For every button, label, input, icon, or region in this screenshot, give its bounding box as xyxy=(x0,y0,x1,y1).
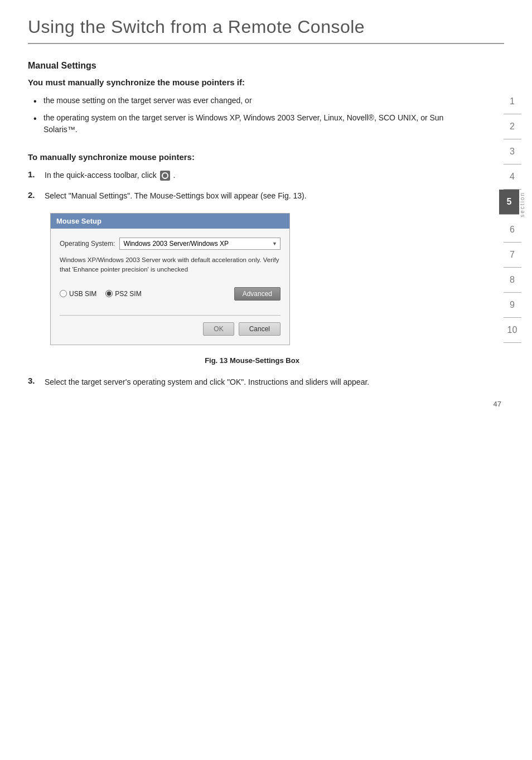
main-content: Manual Settings You must manually synchr… xyxy=(28,61,476,388)
nav-item-5-wrapper: 5 section xyxy=(499,190,525,217)
radio-usb[interactable]: USB SIM xyxy=(60,290,96,298)
toolbar-icon xyxy=(160,171,170,181)
nav-item-8[interactable]: 8 xyxy=(504,268,521,293)
dialog-os-row: Operating System: Windows 2003 Server/Wi… xyxy=(60,238,280,250)
ps2-sim-radio[interactable] xyxy=(105,290,113,297)
step-2-text: Select "Manual Settings". The Mouse-Sett… xyxy=(45,190,307,202)
ps2-sim-label: PS2 SIM xyxy=(115,290,141,298)
list-item: the operating system on the target serve… xyxy=(33,112,476,135)
dialog-footer: OK Cancel xyxy=(60,322,280,338)
nav-item-5[interactable]: 5 xyxy=(499,190,519,215)
os-select[interactable]: Windows 2003 Server/Windows XP xyxy=(119,238,280,250)
cancel-button[interactable]: Cancel xyxy=(239,322,280,336)
step-3: 3. Select the target server's operating … xyxy=(28,376,476,388)
mouse-setup-dialog: Mouse Setup Operating System: Windows 20… xyxy=(50,213,290,345)
os-select-wrapper[interactable]: Windows 2003 Server/Windows XP xyxy=(119,238,280,250)
page-title: Using the Switch from a Remote Console xyxy=(28,17,504,37)
manual-settings-heading: Manual Settings xyxy=(28,61,476,71)
step-3-text: Select the target server's operating sys… xyxy=(45,376,369,388)
os-label: Operating System: xyxy=(60,240,115,248)
conditions-list: the mouse setting on the target server w… xyxy=(33,95,476,135)
section-word: section xyxy=(519,192,525,217)
advanced-button[interactable]: Advanced xyxy=(234,287,280,301)
step-number-3: 3. xyxy=(28,376,45,385)
ok-button[interactable]: OK xyxy=(203,322,234,336)
nav-item-2[interactable]: 2 xyxy=(504,114,521,139)
nav-item-3[interactable]: 3 xyxy=(504,139,521,164)
radio-group: USB SIM PS2 SIM xyxy=(60,290,142,298)
sync-heading: You must manually synchronize the mouse … xyxy=(28,78,476,87)
dialog-body: Operating System: Windows 2003 Server/Wi… xyxy=(51,229,289,345)
nav-item-6[interactable]: 6 xyxy=(504,217,521,243)
nav-item-10[interactable]: 10 xyxy=(504,318,521,343)
page-number: 47 xyxy=(494,400,501,408)
radio-ps2[interactable]: PS2 SIM xyxy=(105,290,141,298)
dialog-radio-area: USB SIM PS2 SIM Advanced xyxy=(60,284,280,304)
step-number-1: 1. xyxy=(28,170,45,179)
usb-sim-radio[interactable] xyxy=(60,290,67,297)
dialog-separator xyxy=(60,315,280,316)
dialog-hint: Windows XP/Windows 2003 Server work with… xyxy=(60,255,280,275)
step-number-2: 2. xyxy=(28,190,45,200)
to-sync-heading: To manually synchronize mouse pointers: xyxy=(28,152,476,162)
step-1: 1. In the quick-access toolbar, click . xyxy=(28,170,476,181)
step-1-text: In the quick-access toolbar, click . xyxy=(45,170,175,181)
nav-item-9[interactable]: 9 xyxy=(504,293,521,318)
nav-item-1[interactable]: 1 xyxy=(504,89,521,114)
usb-sim-label: USB SIM xyxy=(69,290,96,298)
dialog-titlebar: Mouse Setup xyxy=(51,214,289,229)
nav-item-7[interactable]: 7 xyxy=(504,243,521,268)
nav-item-4[interactable]: 4 xyxy=(504,164,521,190)
step-2: 2. Select "Manual Settings". The Mouse-S… xyxy=(28,190,476,202)
page-header: Using the Switch from a Remote Console xyxy=(28,17,504,44)
figure-caption: Fig. 13 Mouse-Settings Box xyxy=(28,356,476,365)
section-navigation: 1 2 3 4 5 section 6 7 8 9 10 xyxy=(499,89,525,343)
list-item: the mouse setting on the target server w… xyxy=(33,95,476,107)
